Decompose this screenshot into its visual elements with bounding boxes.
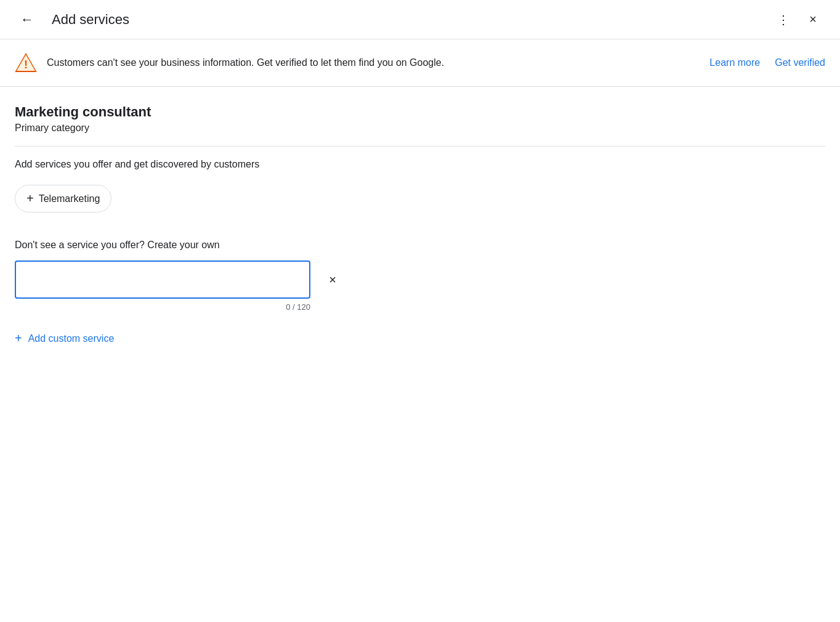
custom-service-section: Don't see a service you offer? Create yo…	[15, 240, 825, 350]
category-section: Marketing consultant Primary category	[15, 104, 825, 134]
close-button[interactable]: ×	[801, 7, 825, 32]
custom-service-input[interactable]	[15, 261, 310, 299]
char-count: 0 / 120	[15, 302, 310, 312]
telemarketing-chip[interactable]: + Telemarketing	[15, 185, 111, 212]
clear-input-button[interactable]: ×	[320, 267, 345, 292]
header-actions: ⋮ ×	[771, 7, 825, 32]
warning-banner: ! Customers can't see your business info…	[0, 39, 840, 87]
divider-1	[15, 146, 825, 147]
warning-actions: Learn more Get verified	[709, 57, 825, 68]
more-options-button[interactable]: ⋮	[771, 7, 796, 32]
back-button[interactable]: ←	[15, 7, 39, 32]
close-icon: ×	[809, 12, 817, 26]
learn-more-link[interactable]: Learn more	[709, 57, 760, 68]
add-custom-service-button[interactable]: + Add custom service	[15, 326, 114, 350]
add-custom-service-plus-icon: +	[15, 331, 22, 345]
header: ← Add services ⋮ ×	[0, 0, 840, 39]
add-custom-service-label: Add custom service	[28, 333, 115, 344]
chip-label: Telemarketing	[39, 193, 100, 204]
chip-plus-icon: +	[26, 192, 34, 206]
custom-service-input-wrapper	[15, 261, 310, 299]
warning-icon: !	[15, 52, 37, 74]
get-verified-link[interactable]: Get verified	[775, 57, 825, 68]
main-content: Marketing consultant Primary category Ad…	[0, 87, 840, 368]
services-section: Add services you offer and get discovere…	[15, 159, 825, 235]
page-title: Add services	[52, 12, 771, 28]
svg-text:!: !	[24, 59, 28, 71]
category-type: Primary category	[15, 123, 825, 134]
category-name: Marketing consultant	[15, 104, 825, 120]
warning-text: Customers can't see your business inform…	[47, 55, 700, 70]
custom-service-prompt: Don't see a service you offer? Create yo…	[15, 240, 825, 251]
services-description: Add services you offer and get discovere…	[15, 159, 825, 170]
custom-service-input-row: ×	[15, 261, 825, 299]
back-icon: ←	[20, 12, 34, 28]
more-options-icon: ⋮	[777, 12, 790, 27]
clear-icon: ×	[329, 273, 336, 287]
